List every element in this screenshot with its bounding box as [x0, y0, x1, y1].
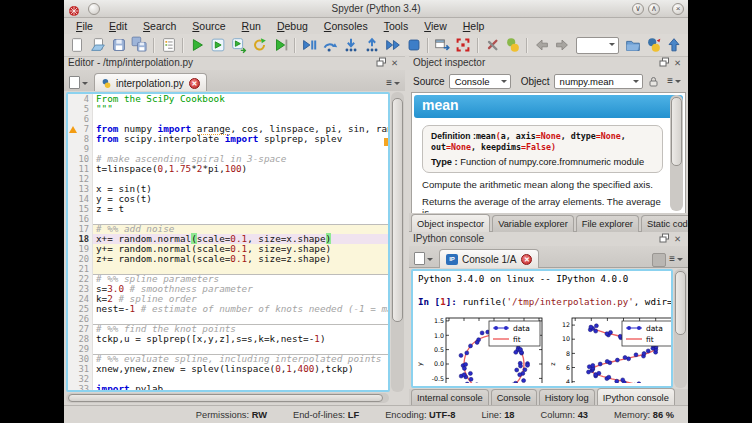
console-close-icon[interactable]: ✕ [671, 233, 684, 245]
console-options-icon[interactable]: ≡ [666, 250, 686, 267]
editor-pane: Editor - /tmp/interpolation.py ✕ interpo… [64, 55, 405, 405]
editor-options-icon[interactable]: ≡ [383, 74, 403, 91]
console-browse-tabs-button[interactable] [411, 250, 436, 267]
fullscreen-icon[interactable] [453, 35, 474, 55]
inspector-vscrollbar[interactable] [670, 95, 683, 211]
console-banner: Python 3.4.0 on linux -- IPython 4.0.0 [413, 271, 671, 284]
code-line-33: 33import pylab [68, 384, 388, 392]
object-input[interactable]: numpy.mean [554, 74, 644, 89]
save-icon[interactable] [109, 35, 130, 55]
browse-working-directory-icon[interactable] [622, 35, 643, 55]
open-file-icon[interactable] [88, 35, 109, 55]
preferences-icon[interactable] [482, 35, 503, 55]
run-again-icon[interactable] [249, 35, 270, 55]
inspector-richtext: mean Definition :mean(a, axis=None, dtyp… [411, 92, 686, 214]
step-out-icon[interactable] [362, 35, 383, 55]
save-all-icon[interactable] [129, 35, 150, 55]
tab-console[interactable]: Console [491, 389, 537, 406]
pythonpath-manager-icon[interactable] [502, 35, 523, 55]
plot-figure-2: 12108642zdatafit [548, 311, 671, 383]
editor-tab-interpolation[interactable]: interpolation.py ✕ [94, 73, 207, 92]
console-tabbar: IP Console 1/A ✕ ≡ [409, 246, 688, 268]
editor-vscrollbar[interactable] [391, 92, 404, 392]
python-file-icon [101, 78, 112, 89]
debug-icon[interactable] [299, 35, 320, 55]
console-vscrollbar[interactable] [674, 269, 687, 388]
status-encoding: Encoding: UTF-8 [385, 410, 455, 420]
tab-static-code-analysis[interactable]: Static code analysis [641, 215, 688, 232]
status-end-of-lines: End-of-lines: LF [293, 410, 359, 420]
menu-debug[interactable]: Debug [269, 19, 316, 33]
svg-text:y: y [416, 362, 424, 366]
svg-text:10: 10 [562, 335, 570, 342]
console-tab-close-icon[interactable]: ✕ [521, 254, 532, 265]
tab-close-icon[interactable]: ✕ [189, 78, 200, 89]
menu-help[interactable]: Help [455, 19, 493, 33]
inspector-float-icon[interactable] [658, 57, 671, 69]
tab-ipython-console[interactable]: IPython console [597, 388, 675, 406]
menubar: FileEditSearchSourceRunDebugConsolesTool… [64, 18, 688, 34]
back-icon[interactable] [531, 35, 552, 55]
file-switcher-icon[interactable] [158, 35, 179, 55]
run-icon[interactable] [187, 35, 208, 55]
menu-view[interactable]: View [416, 19, 455, 33]
menu-search[interactable]: Search [135, 19, 184, 33]
inspector-close-icon[interactable]: ✕ [671, 57, 684, 69]
new-file-icon[interactable] [67, 35, 88, 55]
titlebar[interactable]: Spyder (Python 3.4) ∨ ∧ × [64, 0, 688, 18]
svg-text:6: 6 [566, 364, 570, 371]
run-cell-icon[interactable] [208, 35, 229, 55]
tab-file-explorer[interactable]: File explorer [576, 215, 639, 232]
menu-edit[interactable]: Edit [101, 19, 135, 33]
status-permissions: Permissions: RW [196, 410, 267, 420]
editor-body: 4From the SciPy Cookbook5"""67from numpy… [64, 91, 405, 394]
tab-object-inspector[interactable]: Object inspector [411, 214, 490, 232]
source-select[interactable]: Console [449, 74, 511, 89]
menu-consoles[interactable]: Consoles [316, 19, 376, 33]
console-pane-header: IPython console ✕ [409, 231, 688, 246]
object-inspector-header: Object inspector ✕ [409, 55, 688, 70]
parent-directory-icon[interactable] [664, 35, 685, 55]
menu-tools[interactable]: Tools [376, 19, 417, 33]
step-over-icon[interactable] [320, 35, 341, 55]
run-selection-icon[interactable] [270, 35, 291, 55]
maximize-pane-icon[interactable] [432, 35, 453, 55]
svg-text:-0.5: -0.5 [432, 375, 444, 382]
plot-wave: 12108642zdatafit [548, 311, 671, 383]
code-area[interactable]: 4From the SciPy Cookbook5"""67from numpy… [66, 92, 390, 392]
editor-tab-label: interpolation.py [116, 78, 184, 89]
stop-icon[interactable] [403, 35, 424, 55]
working-directory-combo[interactable] [576, 37, 620, 54]
editor-float-icon[interactable] [375, 57, 388, 69]
lock-icon[interactable] [647, 75, 660, 87]
menu-file[interactable]: File [68, 19, 101, 33]
svg-text:fit: fit [513, 335, 521, 344]
browse-tabs-button[interactable] [66, 74, 91, 91]
interrupt-kernel-icon[interactable] [652, 253, 666, 267]
menu-run[interactable]: Run [234, 19, 269, 33]
console-text-area[interactable]: Python 3.4.0 on linux -- IPython 4.0.0 I… [411, 269, 673, 388]
tab-variable-explorer[interactable]: Variable explorer [492, 215, 574, 232]
object-inspector-title: Object inspector [413, 57, 658, 68]
tab-internal-console[interactable]: Internal console [411, 389, 489, 406]
type-text: Function of numpy.core.fromnumeric modul… [460, 157, 644, 167]
menu-source[interactable]: Source [184, 19, 233, 33]
editor-close-icon[interactable]: ✕ [388, 57, 401, 69]
set-console-directory-icon[interactable] [643, 35, 664, 55]
forward-icon[interactable] [552, 35, 573, 55]
editor-hscrollbar[interactable] [66, 393, 389, 403]
step-into-icon[interactable] [341, 35, 362, 55]
editor-tabbar: interpolation.py ✕ ≡ [64, 70, 405, 92]
run-cell-advance-icon[interactable] [229, 35, 250, 55]
console-float-icon[interactable] [658, 233, 671, 245]
tab-history-log[interactable]: History log [539, 389, 595, 406]
svg-text:fit: fit [646, 335, 654, 344]
continue-icon[interactable] [382, 35, 403, 55]
object-label: Object [521, 76, 550, 87]
inspector-options-icon[interactable]: ≡ [664, 73, 684, 90]
svg-text:12: 12 [562, 321, 570, 328]
code-line-25: 25nest=-1 # estimate of number of knots … [68, 304, 388, 314]
svg-text:0.5: 0.5 [434, 346, 444, 353]
console-tab-1a[interactable]: IP Console 1/A ✕ [439, 249, 539, 268]
docstring-paragraph-1: Compute the arithmetic mean along the sp… [422, 179, 663, 190]
